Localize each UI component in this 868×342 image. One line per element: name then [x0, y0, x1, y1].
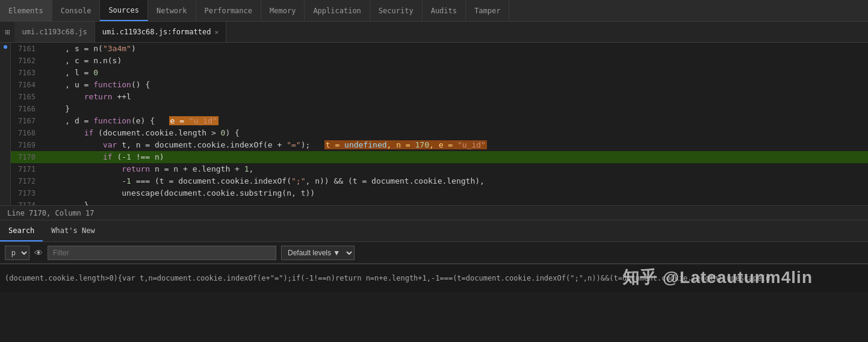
tab-audits[interactable]: Audits: [423, 0, 466, 21]
code-line-7170: 7170 if (-1 !== n): [11, 151, 868, 163]
bottom-code-strip: (document.cookie.length>0){var t,n=docum…: [0, 264, 868, 291]
tab-sources[interactable]: Sources: [100, 0, 148, 21]
tab-memory[interactable]: Memory: [261, 0, 305, 21]
console-input-bar: p 👁 Default levels ▼: [0, 242, 868, 264]
filter-input[interactable]: [48, 246, 276, 260]
file-tab-bar: ⊞ umi.c1193c68.js umi.c1193c68.js:format…: [0, 22, 868, 43]
code-lines: 7161 , s = n("3a4m") 7162 , c = n.n(s) 7…: [11, 43, 868, 205]
code-line-7171: 7171 return n = n + e.length + 1,: [11, 163, 868, 175]
devtools-tab-bar: Elements Console Sources Network Perform…: [0, 0, 868, 22]
search-bar: Search What's New: [0, 220, 868, 242]
code-line-7173: 7173 unescape(document.cookie.substring(…: [11, 187, 868, 199]
tab-network[interactable]: Network: [148, 0, 196, 21]
code-editor[interactable]: 7161 , s = n("3a4m") 7162 , c = n.n(s) 7…: [11, 43, 868, 205]
file-tab-close[interactable]: ✕: [214, 29, 219, 36]
breakpoint-indicator: [4, 45, 7, 49]
code-line-7166: 7166 }: [11, 103, 868, 115]
file-tab-formatted-label: umi.c1193c68.js:formatted: [102, 28, 211, 36]
code-line-7163: 7163 , l = 0: [11, 67, 868, 79]
code-line-7168: 7168 if (document.cookie.length > 0) {: [11, 127, 868, 139]
file-tab-minified[interactable]: umi.c1193c68.js: [14, 22, 95, 42]
code-line-7172: 7172 -1 === (t = document.cookie.indexOf…: [11, 175, 868, 187]
code-line-7161: 7161 , s = n("3a4m"): [11, 43, 868, 55]
search-tab-whats-new[interactable]: What's New: [43, 220, 103, 241]
file-tab-minified-label: umi.c1193c68.js: [22, 28, 87, 36]
console-source-select[interactable]: p: [5, 246, 29, 260]
code-line-7165: 7165 return ++l: [11, 91, 868, 103]
tab-elements[interactable]: Elements: [0, 0, 52, 21]
panel-icon: ⊞: [5, 27, 10, 37]
code-line-7174: 7174 }: [11, 199, 868, 205]
code-line-7167: 7167 , d = function(e) { e = "u_id": [11, 115, 868, 127]
code-line-7162: 7162 , c = n.n(s): [11, 55, 868, 67]
code-line-7164: 7164 , u = function() {: [11, 79, 868, 91]
cursor-position: Line 7170, Column 17: [7, 209, 95, 217]
status-bar: Line 7170, Column 17: [0, 205, 868, 220]
eye-icon[interactable]: 👁: [34, 248, 43, 258]
tab-application[interactable]: Application: [305, 0, 370, 21]
tab-performance[interactable]: Performance: [196, 0, 261, 21]
file-tab-formatted[interactable]: umi.c1193c68.js:formatted ✕: [95, 22, 226, 42]
search-tab-search[interactable]: Search: [0, 220, 43, 241]
code-line-7169: 7169 var t, n = document.cookie.indexOf(…: [11, 139, 868, 151]
left-panel-indicator: [0, 43, 11, 205]
file-navigator-toggle[interactable]: ⊞: [0, 22, 14, 42]
console-levels-select[interactable]: Default levels ▼: [281, 246, 355, 260]
tab-security[interactable]: Security: [370, 0, 423, 21]
bottom-code-text: (document.cookie.length>0){var t,n=docum…: [5, 274, 770, 282]
editor-area: 7161 , s = n("3a4m") 7162 , c = n.n(s) 7…: [0, 43, 868, 205]
tab-tamper[interactable]: Tamper: [466, 0, 509, 21]
tab-console[interactable]: Console: [52, 0, 101, 21]
